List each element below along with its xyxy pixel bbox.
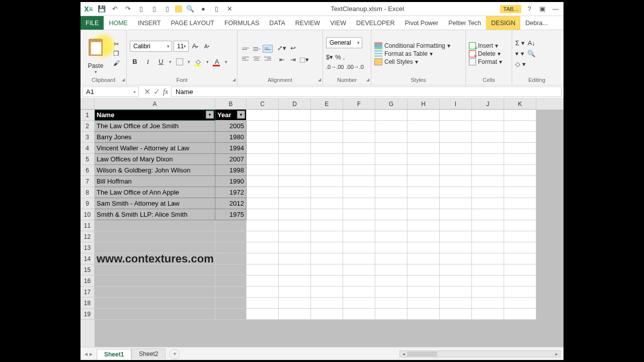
cell[interactable] [375, 110, 408, 121]
cell[interactable] [343, 110, 375, 121]
cell[interactable] [311, 309, 343, 320]
cell[interactable] [375, 154, 408, 165]
row-header[interactable]: 9 [80, 198, 95, 209]
cell[interactable] [408, 198, 440, 209]
cell[interactable] [95, 264, 215, 276]
format-cells-button[interactable]: Format ▾ [469, 58, 502, 65]
cell[interactable] [375, 287, 408, 298]
cell[interactable] [279, 154, 311, 165]
cell[interactable] [408, 110, 440, 121]
cell[interactable] [343, 121, 375, 132]
cell[interactable] [247, 309, 279, 320]
cell[interactable] [504, 276, 536, 287]
cell[interactable] [279, 176, 311, 187]
increase-indent-button[interactable]: ⇥ [288, 54, 298, 64]
decrease-font-icon[interactable]: A▾ [202, 41, 212, 51]
autosum-button[interactable]: Σ ▾ [515, 39, 525, 47]
cell[interactable] [504, 154, 536, 165]
cell[interactable] [343, 231, 375, 242]
decrease-indent-button[interactable]: ⇤ [277, 54, 287, 64]
cell-year[interactable]: 2005 [215, 121, 247, 132]
cell[interactable] [375, 198, 408, 209]
cell[interactable]: www.contextures.com [95, 253, 215, 264]
column-header-J[interactable]: J [472, 99, 504, 110]
column-header-G[interactable]: G [375, 99, 408, 110]
cell[interactable] [247, 176, 279, 187]
cell-name[interactable]: The Law Office of Ann Apple [95, 187, 215, 198]
cell[interactable] [375, 220, 408, 231]
format-painter-icon[interactable]: 🖌 [112, 59, 121, 67]
close-icon[interactable]: ✕ [224, 4, 234, 14]
cell[interactable] [440, 298, 472, 309]
cell[interactable] [311, 121, 343, 132]
cell[interactable] [440, 132, 472, 143]
cell[interactable] [247, 165, 279, 176]
cell[interactable] [504, 121, 536, 132]
cell[interactable] [408, 132, 440, 143]
cell[interactable] [279, 209, 311, 220]
cell[interactable] [247, 264, 279, 276]
row-header[interactable]: 5 [80, 154, 95, 165]
cell[interactable] [504, 110, 536, 121]
cell[interactable] [375, 264, 408, 276]
cell[interactable] [408, 287, 440, 298]
cell[interactable] [408, 143, 440, 154]
cell[interactable] [279, 198, 311, 209]
cell[interactable] [247, 132, 279, 143]
cell[interactable] [343, 132, 375, 143]
cell[interactable] [279, 165, 311, 176]
cell[interactable] [279, 132, 311, 143]
cell[interactable] [408, 176, 440, 187]
row-header[interactable]: 14 [80, 253, 95, 264]
cell[interactable] [472, 242, 504, 253]
cell[interactable] [343, 187, 375, 198]
row-header[interactable]: 1 [80, 110, 95, 121]
tab-data[interactable]: DATA [264, 16, 290, 30]
borders-button[interactable] [175, 57, 185, 67]
cancel-formula-icon[interactable]: ✕ [144, 87, 150, 97]
cell[interactable] [343, 154, 375, 165]
increase-decimal-button[interactable]: .0→.00 [326, 64, 344, 70]
cell[interactable] [408, 121, 440, 132]
cell[interactable] [440, 187, 472, 198]
cell[interactable] [408, 165, 440, 176]
cell[interactable] [311, 143, 343, 154]
cell-name[interactable]: The Law Office of Joe Smith [95, 121, 215, 132]
cell[interactable] [440, 165, 472, 176]
save-icon[interactable]: 💾 [97, 4, 107, 14]
cell-year[interactable]: 1998 [215, 165, 247, 176]
cell[interactable] [440, 242, 472, 253]
cell[interactable] [311, 231, 343, 242]
cell[interactable] [504, 165, 536, 176]
filter-dropdown-icon[interactable]: ▼ [206, 111, 214, 119]
cell[interactable] [311, 154, 343, 165]
increase-font-icon[interactable]: A▴ [190, 41, 200, 51]
cell[interactable] [215, 298, 247, 309]
cell[interactable] [279, 264, 311, 276]
fill-button[interactable]: ▾ ▾ [515, 50, 524, 57]
percent-button[interactable]: % [335, 53, 341, 61]
table-header-year[interactable]: Year▼ [215, 110, 247, 121]
help-icon[interactable]: ? [524, 4, 534, 14]
cell[interactable] [504, 209, 536, 220]
cell[interactable] [408, 309, 440, 320]
cell[interactable] [375, 143, 408, 154]
cell[interactable] [375, 276, 408, 287]
cell-year[interactable]: 1975 [215, 209, 247, 220]
cell[interactable] [215, 253, 247, 264]
cell[interactable] [472, 165, 504, 176]
row-header[interactable]: 12 [80, 231, 95, 242]
cell[interactable] [95, 298, 215, 309]
clipboard-launcher-icon[interactable]: ◢ [122, 77, 125, 82]
filter-dropdown-icon[interactable]: ▼ [237, 111, 245, 119]
cell-name[interactable]: Sam Smith - Attorney at Law [95, 198, 215, 209]
row-header[interactable]: 18 [80, 298, 95, 309]
cell[interactable] [215, 309, 247, 320]
cell[interactable] [343, 309, 375, 320]
cell[interactable] [375, 176, 408, 187]
cell[interactable] [279, 309, 311, 320]
column-header-B[interactable]: B [215, 99, 247, 110]
cell[interactable] [440, 253, 472, 264]
number-format-combo[interactable]: General [326, 37, 362, 48]
cell[interactable] [472, 154, 504, 165]
